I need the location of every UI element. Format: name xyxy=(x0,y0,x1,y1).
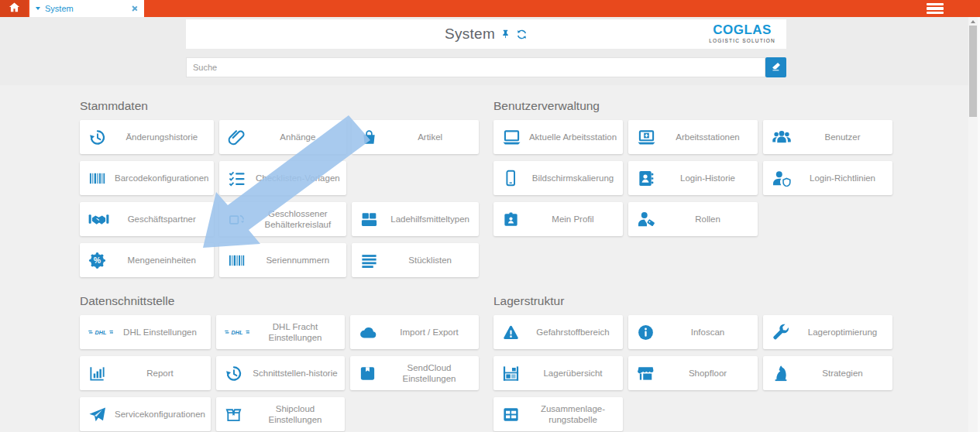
dhl-icon: DHL xyxy=(225,327,251,337)
tile-lageroptimierung[interactable]: Lageroptimierung xyxy=(763,315,892,349)
container-cycle-icon xyxy=(228,211,254,228)
section-lagerstruktur: Lagerstruktur Gefahrstoffbereich Infosca… xyxy=(493,295,892,431)
home-icon xyxy=(9,2,20,16)
history-icon xyxy=(88,129,115,146)
tile-grid: Änderungshistorie Anhänge Artikel Barcod… xyxy=(80,120,479,277)
tile-infoscan[interactable]: Infoscan xyxy=(628,315,758,349)
bar-chart-icon xyxy=(88,365,115,382)
scrollbar-thumb[interactable] xyxy=(969,26,977,117)
list-lines-icon xyxy=(360,252,387,269)
eraser-icon xyxy=(771,61,782,74)
tile-grid: Gefahrstoffbereich Infoscan Lageroptimie… xyxy=(493,315,892,431)
tile-shipcloud-einstellungen[interactable]: Shipcloud Einstellungen xyxy=(216,397,345,431)
tile-gefahrstoffbereich[interactable]: Gefahrstoffbereich xyxy=(493,315,623,349)
laptop-plus-icon xyxy=(637,129,663,146)
tile-bildschirmskalierung[interactable]: Bildschirmskalierung xyxy=(493,161,623,195)
smartphone-icon xyxy=(502,170,528,187)
address-book-icon xyxy=(637,170,663,187)
tile-geschaeftspartner[interactable]: Geschäftspartner xyxy=(80,202,214,236)
tile-dhl-einstellungen[interactable]: DHLDHL Einstellungen xyxy=(80,315,211,349)
users-icon xyxy=(772,129,798,146)
search-clear-button[interactable] xyxy=(765,57,786,77)
tile-login-historie[interactable]: Login-Historie xyxy=(628,161,758,195)
svg-text:DHL: DHL xyxy=(95,329,107,336)
paper-plane-icon xyxy=(88,406,115,423)
tile-artikel[interactable]: Artikel xyxy=(352,120,479,154)
logo-name: COGLAS xyxy=(709,23,775,36)
tile-mengeneinheiten[interactable]: %Mengeneinheiten xyxy=(80,243,214,277)
section-benutzerverwaltung: Benutzerverwaltung Aktuelle Arbeitsstati… xyxy=(493,100,892,236)
tile-grid: DHLDHL Einstellungen DHLDHL Fracht Einst… xyxy=(80,315,479,431)
tab-label: System xyxy=(45,4,126,13)
package-icon xyxy=(359,365,385,382)
refresh-icon[interactable] xyxy=(516,29,528,40)
checklist-icon xyxy=(228,170,254,187)
search-input[interactable] xyxy=(186,57,765,77)
top-bar: System xyxy=(0,0,980,17)
tile-ladehilfsmitteltypen[interactable]: Ladehilfsmitteltypen xyxy=(352,202,479,236)
paperclip-icon xyxy=(228,129,254,146)
user-tag-icon xyxy=(637,211,663,228)
page-title: System xyxy=(445,26,495,43)
tab-system[interactable]: System xyxy=(29,0,144,17)
section-title: Stammdaten xyxy=(80,100,479,112)
open-box-icon xyxy=(225,406,251,423)
chevron-down-icon[interactable] xyxy=(36,7,40,10)
handshake-icon xyxy=(88,211,115,228)
section-title: Lagerstruktur xyxy=(493,295,892,307)
scrollbar[interactable] xyxy=(968,17,978,432)
history-icon xyxy=(225,365,251,382)
section-stammdaten: Stammdaten Änderungshistorie Anhänge Art… xyxy=(80,100,479,277)
rack-icon xyxy=(502,365,528,382)
percent-badge-icon: % xyxy=(88,252,115,269)
section-datenschnittstelle: Datenschnittstelle DHLDHL Einstellungen … xyxy=(80,295,479,431)
section-title: Datenschnittstelle xyxy=(80,295,479,307)
pin-icon[interactable] xyxy=(500,29,511,39)
tile-schnittstellenhistorie[interactable]: Schnittstellen-historie xyxy=(216,356,345,390)
tile-anhaenge[interactable]: Anhänge xyxy=(219,120,346,154)
tile-servicekonfigurationen[interactable]: Servicekonfigurationen xyxy=(80,397,211,431)
store-icon xyxy=(637,365,663,382)
tile-mein-profil[interactable]: Mein Profil xyxy=(493,202,623,236)
shopping-bag-icon xyxy=(360,129,387,146)
close-icon[interactable] xyxy=(131,5,138,12)
section-title: Benutzerverwaltung xyxy=(493,100,892,112)
logo-tagline: LOGISTIC SOLUTION xyxy=(709,39,775,44)
tile-lageruebersicht[interactable]: Lagerübersicht xyxy=(493,356,623,390)
page-header: System COGLAS LOGISTIC SOLUTION xyxy=(186,19,786,49)
id-badge-icon xyxy=(502,211,528,228)
tile-arbeitsstationen[interactable]: Arbeitsstationen xyxy=(628,120,758,154)
tile-strategien[interactable]: Strategien xyxy=(763,356,892,390)
tile-aenderungshistorie[interactable]: Änderungshistorie xyxy=(80,120,214,154)
svg-text:DHL: DHL xyxy=(232,329,243,336)
tile-stuecklisten[interactable]: Stücklisten xyxy=(352,243,479,277)
cloud-icon xyxy=(359,326,385,339)
knight-icon xyxy=(772,365,798,382)
tile-seriennummern[interactable]: Seriennummern xyxy=(219,243,346,277)
tile-barcodekonfigurationen[interactable]: Barcodekonfigurationen xyxy=(80,161,214,195)
tile-benutzer[interactable]: Benutzer xyxy=(763,120,892,154)
tile-dhl-fracht-einstellungen[interactable]: DHLDHL Fracht Einstellungen xyxy=(216,315,345,349)
dhl-icon: DHL xyxy=(88,327,115,337)
laptop-icon xyxy=(502,129,528,146)
tile-login-richtlinien[interactable]: Login-Richtlinien xyxy=(763,161,892,195)
home-button[interactable] xyxy=(0,0,28,17)
table-icon xyxy=(502,406,528,423)
tile-zusammenlagerungstabelle[interactable]: Zusammenlage-rungstabelle xyxy=(493,397,623,431)
info-icon xyxy=(637,324,663,341)
pallet-icon xyxy=(360,211,387,228)
tile-shopfloor[interactable]: Shopfloor xyxy=(628,356,758,390)
tile-grid: Aktuelle Arbeitsstation Arbeitsstationen… xyxy=(493,120,892,236)
tile-aktuelle-arbeitsstation[interactable]: Aktuelle Arbeitsstation xyxy=(493,120,623,154)
svg-text:%: % xyxy=(94,255,101,265)
tile-sendcloud-einstellungen[interactable]: SendCloud Einstellungen xyxy=(350,356,479,390)
tile-checklisten-vorlagen[interactable]: Checklisten-Vorlagen xyxy=(219,161,346,195)
menu-icon[interactable] xyxy=(927,3,944,14)
scroll-up-icon[interactable] xyxy=(971,20,975,23)
user-shield-icon xyxy=(772,170,798,187)
tile-report[interactable]: Report xyxy=(80,356,211,390)
tile-rollen[interactable]: Rollen xyxy=(628,202,758,236)
tile-geschlossener-behaelterkreislauf[interactable]: Geschlossener Behälterkreislauf xyxy=(219,202,346,236)
barcode-icon xyxy=(88,170,115,187)
tile-import-export[interactable]: Import / Export xyxy=(350,315,479,349)
